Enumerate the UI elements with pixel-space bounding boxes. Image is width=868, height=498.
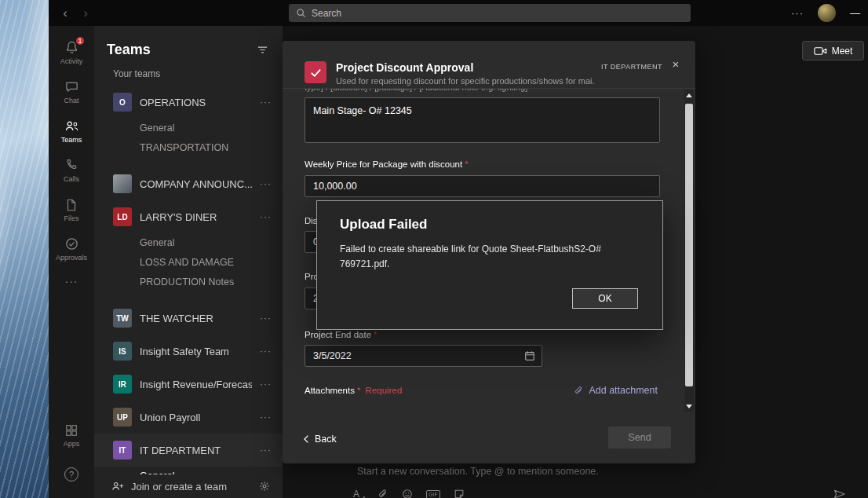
team-row-insight-safety[interactable]: IS Insight Safety Team ··· (94, 335, 283, 368)
scrollbar-thumb[interactable] (685, 104, 693, 386)
join-or-create-team[interactable]: Join or create a team (94, 474, 283, 498)
apps-grid-icon (64, 423, 78, 438)
channel-main: Meet Start a new conversation. Type @ to… (283, 26, 868, 498)
approval-dialog: Project Discount Approval Used for reque… (283, 41, 695, 463)
weekly-price-field[interactable]: 10,000.00 (305, 175, 660, 197)
search-placeholder: Search (312, 8, 341, 19)
rail-item-label: Files (64, 214, 78, 222)
team-row-union-payroll[interactable]: UP Union Payroll ··· (94, 401, 283, 434)
emoji-icon[interactable] (402, 489, 413, 498)
ok-button[interactable]: OK (572, 288, 638, 309)
rail-item-teams[interactable]: Teams (49, 112, 94, 150)
user-avatar[interactable] (818, 4, 836, 22)
nav-forward-button[interactable]: › (75, 0, 96, 26)
title-bar: ‹ › Search ··· — (49, 0, 868, 26)
rail-item-label: Activity (60, 57, 83, 65)
screen: ‹ › Search ··· — 1 Activity (0, 0, 868, 498)
show-name-field[interactable]: Main Stage- O# 12345 (305, 97, 660, 143)
teams-people-icon (64, 119, 80, 134)
team-name: LARRY'S DINER (140, 211, 252, 223)
team-row-larrys-diner[interactable]: LD LARRY'S DINER ··· (94, 200, 283, 233)
rail-more-icon[interactable]: ··· (49, 269, 94, 293)
approvals-icon (64, 236, 79, 251)
team-row-operations[interactable]: O OPERATIONS ··· (94, 86, 283, 119)
dialog-team-tag: IT DEPARTMENT (601, 63, 662, 71)
phone-icon (64, 158, 79, 173)
channel-item[interactable]: PRODUCTION Notes (94, 273, 283, 292)
panel-title: Teams (107, 42, 151, 58)
attachments-label: Attachments* Required (305, 386, 402, 395)
team-avatar (113, 174, 132, 193)
end-date-field[interactable]: 3/5/2022 (305, 345, 542, 367)
team-more-icon[interactable]: ··· (260, 178, 272, 189)
compose-input[interactable]: Start a new conversation. Type @ to ment… (357, 466, 599, 477)
team-more-icon[interactable]: ··· (260, 412, 272, 423)
scroll-down-icon[interactable] (684, 401, 694, 412)
team-name: Union Payroll (140, 412, 252, 423)
team-avatar: O (113, 93, 132, 112)
team-more-icon[interactable]: ··· (260, 346, 272, 357)
search-input[interactable]: Search (289, 4, 691, 22)
channel-item[interactable]: General (94, 233, 283, 253)
file-icon (64, 198, 78, 212)
rail-item-activity[interactable]: 1 Activity (49, 34, 94, 71)
format-icon[interactable]: A (353, 489, 364, 498)
required-asterisk: * (465, 159, 468, 169)
filter-icon[interactable] (257, 44, 268, 56)
attach-icon[interactable] (377, 489, 388, 498)
titlebar-more-icon[interactable]: ··· (791, 7, 804, 19)
channel-item[interactable]: LOSS AND DAMAGE (94, 253, 283, 273)
meet-button[interactable]: Meet (802, 41, 864, 60)
rail-item-approvals[interactable]: Approvals (49, 230, 94, 268)
end-date-value: 3/5/2022 (313, 350, 352, 361)
team-name: Insight Revenue/Forecas... (140, 379, 252, 390)
rail-item-calls[interactable]: Calls (49, 152, 94, 189)
back-label: Back (315, 434, 337, 445)
close-icon[interactable]: × (669, 57, 683, 71)
rail-item-label: Approvals (56, 254, 87, 262)
channel-item[interactable]: TRANSPORTATION (94, 138, 283, 158)
rail-item-label: Apps (64, 440, 80, 448)
rail-item-help[interactable]: ? (49, 456, 94, 493)
team-more-icon[interactable]: ··· (260, 445, 272, 456)
upload-failed-dialog: Upload Failed Failed to create shareable… (316, 200, 663, 330)
team-more-icon[interactable]: ··· (260, 97, 272, 108)
team-more-icon[interactable]: ··· (260, 211, 272, 222)
your-teams-label: Your teams (113, 68, 283, 79)
chat-icon (64, 79, 79, 94)
minimize-icon[interactable]: — (850, 7, 860, 19)
team-avatar: TW (113, 309, 132, 328)
team-name: Insight Safety Team (140, 346, 252, 357)
team-more-icon[interactable]: ··· (260, 313, 272, 324)
rail-item-apps[interactable]: Apps (49, 416, 94, 454)
team-row-it-department[interactable]: IT IT DEPARTMENT ··· (94, 434, 283, 467)
upload-failed-message: Failed to create shareable link for Quot… (340, 242, 640, 272)
gear-icon[interactable] (259, 481, 270, 492)
add-attachment-label: Add attachment (589, 385, 658, 396)
calendar-icon[interactable] (524, 350, 535, 361)
team-row-the-watcher[interactable]: TW THE WATCHER ··· (94, 302, 283, 335)
rail-item-files[interactable]: Files (49, 191, 94, 229)
team-avatar: UP (113, 408, 132, 427)
rail-item-label: Calls (64, 175, 79, 183)
rail-item-chat[interactable]: Chat (49, 73, 94, 111)
required-asterisk: * (357, 386, 360, 395)
gif-icon[interactable]: GIF (426, 490, 440, 498)
form-scrollbar[interactable] (684, 90, 694, 412)
camera-icon (814, 46, 827, 56)
scroll-up-icon[interactable] (684, 90, 694, 101)
meet-label: Meet (832, 46, 853, 57)
nav-back-button[interactable]: ‹ (55, 0, 75, 26)
send-button[interactable]: Send (608, 427, 671, 449)
team-avatar: IS (113, 342, 132, 361)
sticker-icon[interactable] (454, 489, 465, 498)
team-row-company-announcements[interactable]: COMPANY ANNOUNC... ··· (94, 167, 283, 200)
add-attachment-button[interactable]: Add attachment (574, 385, 658, 396)
team-more-icon[interactable]: ··· (260, 379, 272, 390)
channel-item[interactable]: General (94, 119, 283, 138)
back-button[interactable]: Back (303, 434, 337, 445)
send-message-icon[interactable] (833, 489, 846, 498)
activity-badge: 1 (75, 35, 86, 46)
join-or-create-label: Join or create a team (131, 481, 227, 493)
team-row-insight-revenue[interactable]: IR Insight Revenue/Forecas... ··· (94, 368, 283, 401)
